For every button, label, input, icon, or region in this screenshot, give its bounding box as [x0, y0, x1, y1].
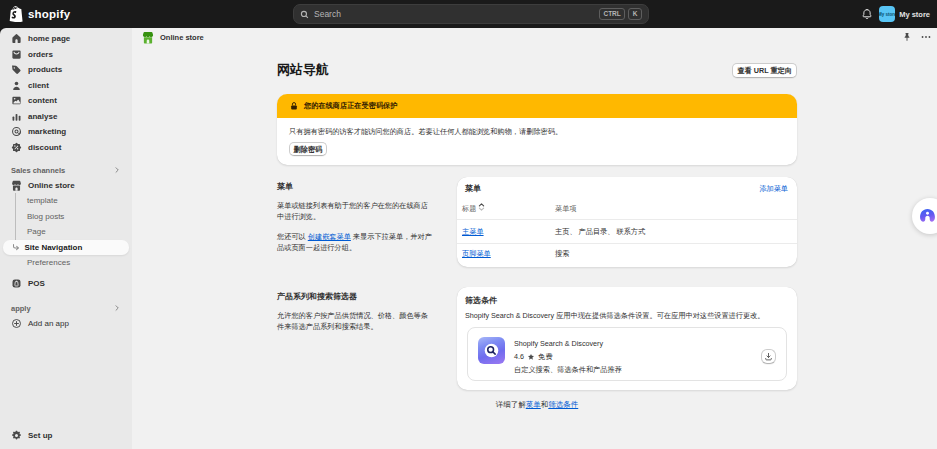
sidebar-item-preferences[interactable]: Preferences [3, 255, 129, 271]
orders-icon [11, 49, 22, 60]
table-row: 主菜单 主页、 产品目录、 联系方式 [457, 220, 797, 244]
sidebar-item-home[interactable]: home page [3, 31, 129, 47]
header-actions [902, 31, 932, 43]
create-nested-menu-link[interactable]: 创建嵌套菜单 [308, 232, 351, 241]
menus-description-2: 您还可以 创建嵌套菜单 来显示下拉菜单，并对产品或页面一起进行分组。 [277, 231, 432, 254]
sidebar-item-orders[interactable]: orders [3, 47, 129, 63]
search-input[interactable]: Search CTRL K [293, 4, 649, 24]
chevron-right-icon [113, 166, 121, 174]
online-store-green-icon [142, 31, 154, 44]
more-actions-icon[interactable] [920, 31, 932, 43]
menus-card: 菜单 添加菜单 标题 菜单项 主菜单 主页、 产品目录、 联系方式 [457, 177, 797, 267]
menu-items-cell: 主页、 产品目录、 联系方式 [555, 220, 797, 244]
notifications-button[interactable] [860, 4, 874, 24]
sidebar-subitem-label: Page [27, 227, 46, 236]
remove-password-button[interactable]: 删除密码 [289, 142, 327, 156]
page-title: 网站导航 [277, 61, 329, 79]
menus-heading: 菜单 [277, 181, 432, 192]
sidebar-item-content[interactable]: content [3, 93, 129, 109]
sidebar-item-pos[interactable]: POS [3, 276, 129, 292]
account-menu[interactable]: My store My store [879, 6, 930, 22]
sidebar-item-label: analyse [28, 112, 57, 121]
sidebar-subitem-label: Preferences [27, 258, 70, 267]
sidebar-item-settings[interactable]: Set up [3, 428, 129, 444]
sidebar-item-site-navigation[interactable]: Site Navigation [3, 240, 129, 256]
tag-icon [11, 64, 22, 75]
column-header-title[interactable]: 标题 [457, 199, 555, 220]
main-content: Online store 网站导航 查看 URL 重定向 您的在线商店正在受密码… [132, 28, 937, 449]
content-column: 网站导航 查看 URL 重定向 您的在线商店正在受密码保护 只有拥有密码的访客才… [277, 60, 797, 410]
learn-filters-link[interactable]: 筛选条件 [548, 400, 578, 409]
search-discovery-app-icon [478, 337, 505, 364]
sidebar-item-label: products [28, 65, 62, 74]
breadcrumb[interactable]: Online store [142, 31, 204, 44]
pin-icon[interactable] [902, 32, 912, 42]
banner-title: 您的在线商店正在受密码保护 [304, 101, 397, 111]
sidebar-item-analyse[interactable]: analyse [3, 109, 129, 125]
filters-section: 产品系列和搜索筛选器 允许您的客户按产品供货情况、价格、颜色等条件来筛选产品系列… [277, 287, 797, 390]
app-rating: 4.6 免费 [514, 351, 752, 362]
person-icon [11, 80, 22, 91]
sidebar-item-label: orders [28, 50, 53, 59]
kbd-k: K [628, 8, 642, 20]
column-header-items[interactable]: 菜单项 [555, 199, 797, 220]
sidebar-item-online-store[interactable]: Online store [3, 178, 129, 194]
shopify-logo[interactable]: shopify [9, 6, 70, 22]
apps-label: apply [11, 304, 31, 313]
media-icon [11, 95, 22, 106]
banner-body-text: 只有拥有密码的访客才能访问您的商店。若要让任何人都能浏览和购物，请删除密码。 [289, 126, 785, 137]
sidebar-item-label: marketing [28, 127, 66, 136]
sidebar-item-client[interactable]: client [3, 78, 129, 94]
view-url-redirects-button[interactable]: 查看 URL 重定向 [732, 63, 797, 78]
add-menu-link[interactable]: 添加菜单 [759, 183, 788, 194]
main-menu-link[interactable]: 主菜单 [462, 227, 484, 236]
title-row: 网站导航 查看 URL 重定向 [277, 60, 797, 80]
shopify-bag-icon [9, 6, 23, 22]
topbar: shopify Search CTRL K My store My store [0, 0, 937, 28]
sidebar-item-blog-posts[interactable]: Blog posts [3, 209, 129, 225]
sidebar-subitem-label: template [27, 196, 58, 205]
footer-menu-link[interactable]: 页脚菜单 [462, 249, 491, 258]
app-card[interactable]: Shopify Search & Discovery 4.6 免费 自定义搜索、… [467, 327, 787, 381]
bell-icon [861, 8, 873, 20]
banner-header: 您的在线商店正在受密码保护 [277, 94, 797, 118]
chevron-right-icon [113, 304, 121, 312]
nested-arrow-icon [11, 243, 20, 252]
sidebar-item-label: Add an app [28, 319, 69, 328]
assistant-float-button[interactable] [912, 198, 937, 234]
sidebar-item-label: discount [28, 143, 61, 152]
install-app-button[interactable] [761, 349, 776, 364]
apps-header[interactable]: apply [0, 301, 132, 316]
kbd-ctrl: CTRL [599, 8, 625, 20]
sidebar-item-label: client [28, 81, 49, 90]
sidebar-item-discount[interactable]: discount [3, 140, 129, 156]
sidebar-item-label: POS [28, 279, 45, 288]
sidebar-item-label: content [28, 96, 57, 105]
sidebar-item-add-app[interactable]: Add an app [3, 316, 129, 332]
content-header-row: Online store [132, 28, 937, 46]
search-icon [300, 10, 309, 19]
sidebar-item-products[interactable]: products [3, 62, 129, 78]
filters-heading: 产品系列和搜索筛选器 [277, 291, 432, 302]
filters-card-description: Shopify Search & Discovery 应用中现在提供筛选条件设置… [457, 310, 797, 321]
table-row: 页脚菜单 搜索 [457, 244, 797, 268]
menus-section: 菜单 菜单或链接列表有助于您的客户在您的在线商店中进行浏览。 您还可以 创建嵌套… [277, 177, 797, 267]
at-icon [11, 126, 22, 137]
sidebar-item-marketing[interactable]: marketing [3, 124, 129, 140]
banner-body: 只有拥有密码的访客才能访问您的商店。若要让任何人都能浏览和购物，请删除密码。 删… [277, 118, 797, 165]
sidebar-item-template[interactable]: template [3, 193, 129, 209]
sidebar-item-label: Set up [28, 431, 52, 440]
app-description: 自定义搜索、筛选条件和产品推荐 [514, 364, 752, 375]
home-icon [11, 33, 22, 44]
learn-more: 详细了解菜单和筛选条件 [277, 399, 797, 410]
sidebar-item-label: Online store [28, 181, 75, 190]
main-nav: home page orders products client content [0, 28, 132, 155]
shopify-wordmark: shopify [28, 8, 70, 20]
menus-description-1: 菜单或链接列表有助于您的客户在您的在线商店中进行浏览。 [277, 200, 432, 223]
sidebar-item-page[interactable]: Page [3, 224, 129, 240]
discount-icon [11, 142, 22, 153]
learn-menus-link[interactable]: 菜单 [526, 400, 541, 409]
sales-channels-header[interactable]: Sales channels [0, 163, 132, 178]
filters-description: 允许您的客户按产品供货情况、价格、颜色等条件来筛选产品系列和搜索结果。 [277, 310, 432, 333]
sort-icon [478, 203, 485, 211]
